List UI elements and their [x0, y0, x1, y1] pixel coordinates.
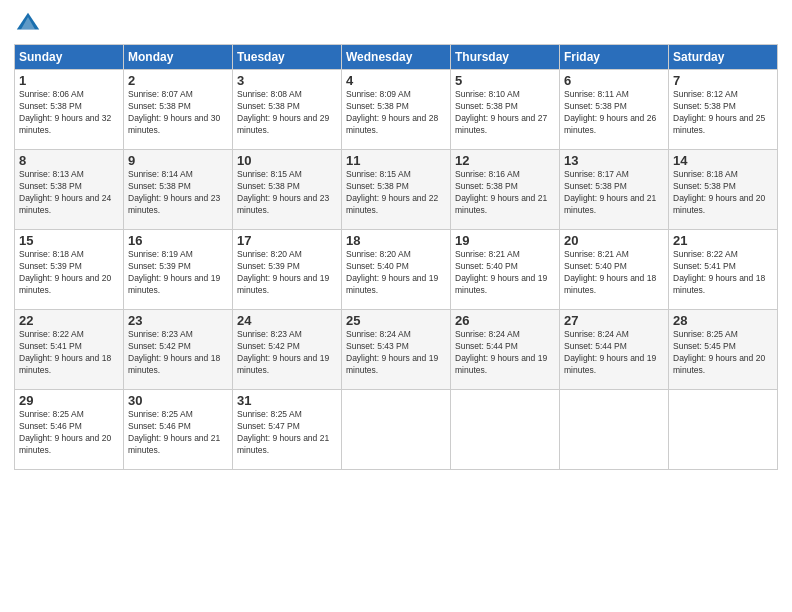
day-number: 6 — [564, 73, 664, 88]
day-number: 14 — [673, 153, 773, 168]
col-header-saturday: Saturday — [669, 45, 778, 70]
calendar-cell: 2Sunrise: 8:07 AMSunset: 5:38 PMDaylight… — [124, 70, 233, 150]
calendar-cell: 13Sunrise: 8:17 AMSunset: 5:38 PMDayligh… — [560, 150, 669, 230]
calendar-cell: 1Sunrise: 8:06 AMSunset: 5:38 PMDaylight… — [15, 70, 124, 150]
calendar-cell: 8Sunrise: 8:13 AMSunset: 5:38 PMDaylight… — [15, 150, 124, 230]
day-info: Sunrise: 8:08 AMSunset: 5:38 PMDaylight:… — [237, 89, 337, 137]
day-number: 15 — [19, 233, 119, 248]
day-number: 31 — [237, 393, 337, 408]
day-info: Sunrise: 8:06 AMSunset: 5:38 PMDaylight:… — [19, 89, 119, 137]
day-number: 19 — [455, 233, 555, 248]
day-number: 7 — [673, 73, 773, 88]
day-info: Sunrise: 8:25 AMSunset: 5:45 PMDaylight:… — [673, 329, 773, 377]
calendar-cell: 28Sunrise: 8:25 AMSunset: 5:45 PMDayligh… — [669, 310, 778, 390]
day-info: Sunrise: 8:11 AMSunset: 5:38 PMDaylight:… — [564, 89, 664, 137]
calendar-cell: 20Sunrise: 8:21 AMSunset: 5:40 PMDayligh… — [560, 230, 669, 310]
day-number: 4 — [346, 73, 446, 88]
day-info: Sunrise: 8:20 AMSunset: 5:39 PMDaylight:… — [237, 249, 337, 297]
day-info: Sunrise: 8:21 AMSunset: 5:40 PMDaylight:… — [455, 249, 555, 297]
calendar-cell — [342, 390, 451, 470]
calendar-cell: 11Sunrise: 8:15 AMSunset: 5:38 PMDayligh… — [342, 150, 451, 230]
day-number: 27 — [564, 313, 664, 328]
day-number: 22 — [19, 313, 119, 328]
calendar-cell: 10Sunrise: 8:15 AMSunset: 5:38 PMDayligh… — [233, 150, 342, 230]
header — [14, 10, 778, 38]
day-info: Sunrise: 8:25 AMSunset: 5:47 PMDaylight:… — [237, 409, 337, 457]
day-number: 20 — [564, 233, 664, 248]
day-info: Sunrise: 8:25 AMSunset: 5:46 PMDaylight:… — [128, 409, 228, 457]
calendar-cell: 12Sunrise: 8:16 AMSunset: 5:38 PMDayligh… — [451, 150, 560, 230]
calendar-table: SundayMondayTuesdayWednesdayThursdayFrid… — [14, 44, 778, 470]
calendar-cell — [669, 390, 778, 470]
day-info: Sunrise: 8:24 AMSunset: 5:43 PMDaylight:… — [346, 329, 446, 377]
day-info: Sunrise: 8:19 AMSunset: 5:39 PMDaylight:… — [128, 249, 228, 297]
day-number: 23 — [128, 313, 228, 328]
day-number: 25 — [346, 313, 446, 328]
day-info: Sunrise: 8:17 AMSunset: 5:38 PMDaylight:… — [564, 169, 664, 217]
week-row-4: 22Sunrise: 8:22 AMSunset: 5:41 PMDayligh… — [15, 310, 778, 390]
col-header-monday: Monday — [124, 45, 233, 70]
day-info: Sunrise: 8:23 AMSunset: 5:42 PMDaylight:… — [237, 329, 337, 377]
day-number: 8 — [19, 153, 119, 168]
day-info: Sunrise: 8:22 AMSunset: 5:41 PMDaylight:… — [673, 249, 773, 297]
calendar-cell: 21Sunrise: 8:22 AMSunset: 5:41 PMDayligh… — [669, 230, 778, 310]
calendar-cell: 19Sunrise: 8:21 AMSunset: 5:40 PMDayligh… — [451, 230, 560, 310]
calendar-cell — [451, 390, 560, 470]
calendar-cell: 24Sunrise: 8:23 AMSunset: 5:42 PMDayligh… — [233, 310, 342, 390]
calendar-cell — [560, 390, 669, 470]
page-container: SundayMondayTuesdayWednesdayThursdayFrid… — [0, 0, 792, 480]
day-info: Sunrise: 8:10 AMSunset: 5:38 PMDaylight:… — [455, 89, 555, 137]
col-header-sunday: Sunday — [15, 45, 124, 70]
calendar-cell: 3Sunrise: 8:08 AMSunset: 5:38 PMDaylight… — [233, 70, 342, 150]
day-info: Sunrise: 8:15 AMSunset: 5:38 PMDaylight:… — [346, 169, 446, 217]
calendar-cell: 6Sunrise: 8:11 AMSunset: 5:38 PMDaylight… — [560, 70, 669, 150]
logo-icon — [14, 10, 42, 38]
calendar-cell: 16Sunrise: 8:19 AMSunset: 5:39 PMDayligh… — [124, 230, 233, 310]
day-info: Sunrise: 8:20 AMSunset: 5:40 PMDaylight:… — [346, 249, 446, 297]
calendar-cell: 26Sunrise: 8:24 AMSunset: 5:44 PMDayligh… — [451, 310, 560, 390]
day-number: 17 — [237, 233, 337, 248]
logo — [14, 10, 46, 38]
day-info: Sunrise: 8:23 AMSunset: 5:42 PMDaylight:… — [128, 329, 228, 377]
day-info: Sunrise: 8:24 AMSunset: 5:44 PMDaylight:… — [455, 329, 555, 377]
calendar-cell: 14Sunrise: 8:18 AMSunset: 5:38 PMDayligh… — [669, 150, 778, 230]
calendar-cell: 17Sunrise: 8:20 AMSunset: 5:39 PMDayligh… — [233, 230, 342, 310]
day-number: 10 — [237, 153, 337, 168]
day-info: Sunrise: 8:09 AMSunset: 5:38 PMDaylight:… — [346, 89, 446, 137]
day-number: 16 — [128, 233, 228, 248]
col-header-thursday: Thursday — [451, 45, 560, 70]
day-number: 24 — [237, 313, 337, 328]
calendar-cell: 18Sunrise: 8:20 AMSunset: 5:40 PMDayligh… — [342, 230, 451, 310]
day-info: Sunrise: 8:24 AMSunset: 5:44 PMDaylight:… — [564, 329, 664, 377]
calendar-cell: 31Sunrise: 8:25 AMSunset: 5:47 PMDayligh… — [233, 390, 342, 470]
calendar-cell: 9Sunrise: 8:14 AMSunset: 5:38 PMDaylight… — [124, 150, 233, 230]
day-info: Sunrise: 8:13 AMSunset: 5:38 PMDaylight:… — [19, 169, 119, 217]
day-info: Sunrise: 8:14 AMSunset: 5:38 PMDaylight:… — [128, 169, 228, 217]
day-number: 3 — [237, 73, 337, 88]
calendar-cell: 4Sunrise: 8:09 AMSunset: 5:38 PMDaylight… — [342, 70, 451, 150]
col-header-tuesday: Tuesday — [233, 45, 342, 70]
day-info: Sunrise: 8:15 AMSunset: 5:38 PMDaylight:… — [237, 169, 337, 217]
calendar-cell: 30Sunrise: 8:25 AMSunset: 5:46 PMDayligh… — [124, 390, 233, 470]
day-info: Sunrise: 8:16 AMSunset: 5:38 PMDaylight:… — [455, 169, 555, 217]
day-info: Sunrise: 8:12 AMSunset: 5:38 PMDaylight:… — [673, 89, 773, 137]
day-info: Sunrise: 8:22 AMSunset: 5:41 PMDaylight:… — [19, 329, 119, 377]
day-info: Sunrise: 8:21 AMSunset: 5:40 PMDaylight:… — [564, 249, 664, 297]
day-number: 11 — [346, 153, 446, 168]
calendar-cell: 15Sunrise: 8:18 AMSunset: 5:39 PMDayligh… — [15, 230, 124, 310]
day-info: Sunrise: 8:18 AMSunset: 5:38 PMDaylight:… — [673, 169, 773, 217]
week-row-3: 15Sunrise: 8:18 AMSunset: 5:39 PMDayligh… — [15, 230, 778, 310]
calendar-cell: 29Sunrise: 8:25 AMSunset: 5:46 PMDayligh… — [15, 390, 124, 470]
week-row-2: 8Sunrise: 8:13 AMSunset: 5:38 PMDaylight… — [15, 150, 778, 230]
calendar-body: 1Sunrise: 8:06 AMSunset: 5:38 PMDaylight… — [15, 70, 778, 470]
day-number: 29 — [19, 393, 119, 408]
day-number: 1 — [19, 73, 119, 88]
day-number: 18 — [346, 233, 446, 248]
day-number: 12 — [455, 153, 555, 168]
day-info: Sunrise: 8:18 AMSunset: 5:39 PMDaylight:… — [19, 249, 119, 297]
day-number: 30 — [128, 393, 228, 408]
calendar-header-row: SundayMondayTuesdayWednesdayThursdayFrid… — [15, 45, 778, 70]
day-number: 5 — [455, 73, 555, 88]
day-info: Sunrise: 8:25 AMSunset: 5:46 PMDaylight:… — [19, 409, 119, 457]
col-header-friday: Friday — [560, 45, 669, 70]
